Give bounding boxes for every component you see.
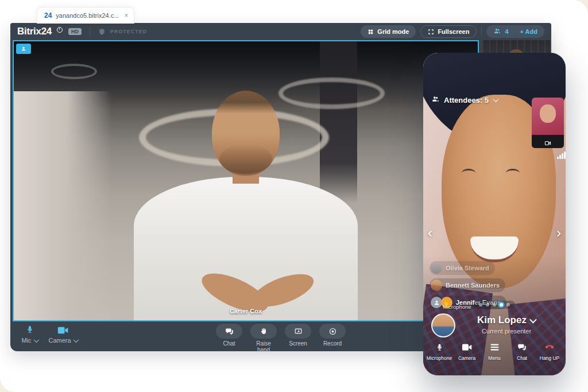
attendees-label: Attendees: 5	[444, 96, 489, 104]
menu-icon	[490, 342, 500, 352]
camera-control[interactable]: Camera	[48, 324, 78, 344]
chevron-down-icon	[529, 316, 537, 323]
divider	[90, 28, 90, 36]
dot[interactable]	[493, 303, 496, 306]
camera-button[interactable]: Camera	[453, 342, 481, 361]
divider	[481, 27, 482, 36]
raise-hand-label: Raise hand	[252, 340, 276, 353]
dot-active[interactable]	[500, 303, 503, 306]
record-button[interactable]: Record	[319, 324, 346, 353]
hang-up-button[interactable]: Hang UP	[536, 342, 563, 361]
participants-pill[interactable]: 4 + Add	[486, 25, 544, 38]
brand-mark-icon	[57, 27, 63, 33]
scene-wall	[14, 91, 111, 320]
grid-mode-label: Grid mode	[377, 28, 409, 35]
camera-label: Camera	[48, 337, 71, 344]
chevron-down-icon	[493, 96, 499, 102]
presenter-status: Current presenter	[463, 328, 550, 335]
avatar	[431, 280, 442, 291]
grid-mode-button[interactable]: Grid mode	[361, 25, 416, 38]
camera-icon	[57, 324, 69, 335]
attendee-name: Olivia Steward	[446, 265, 489, 271]
chat-icon	[517, 342, 527, 352]
self-view-face	[540, 104, 556, 123]
fullscreen-button[interactable]: Fullscreen	[420, 25, 477, 38]
microphone-button[interactable]: Microphone	[425, 342, 453, 361]
menu-button[interactable]: Menu	[481, 342, 508, 361]
next-page-arrow[interactable]	[555, 228, 563, 242]
ceiling-light-ring	[278, 77, 385, 109]
tab-close-icon[interactable]: ×	[124, 11, 128, 20]
hang-up-label: Hang UP	[540, 355, 560, 361]
presenter-eye	[506, 169, 520, 177]
screen-share-button[interactable]: Screen	[284, 324, 312, 353]
bitrix-favicon: 24	[44, 11, 52, 20]
camera-icon	[462, 342, 473, 352]
record-icon	[319, 324, 346, 339]
hand-icon	[250, 324, 277, 339]
shield-icon	[98, 28, 106, 36]
protected-label: PROTECTED	[110, 29, 147, 34]
add-participant-button[interactable]: + Add	[520, 28, 537, 35]
attendee-name: Bennett Saunders	[446, 282, 500, 289]
screen-label: Screen	[286, 340, 310, 347]
presenter-eye	[462, 169, 475, 177]
people-icon	[431, 95, 440, 105]
participant-count: 4	[505, 28, 508, 35]
attendee-row[interactable]: Olivia Steward	[430, 261, 495, 275]
brand-logo: Bitrix24	[17, 26, 52, 37]
chat-button[interactable]: Chat	[508, 342, 536, 361]
mobile-call-overlay: Attendees: 5 Olivia Steward Bennett Saun…	[423, 53, 566, 375]
people-icon	[493, 28, 501, 36]
presenter-info: Kim Lopez Current presenter	[431, 313, 560, 341]
mic-icon	[435, 342, 444, 352]
signal-bars-icon	[557, 152, 566, 159]
camera-label: Camera	[458, 355, 475, 361]
phone-toolbar: Microphone Camera Menu Chat Hang UP	[425, 342, 563, 361]
chat-icon	[216, 324, 242, 339]
active-speaker-badge	[16, 44, 31, 54]
dot[interactable]	[506, 303, 510, 306]
speaker-beard	[219, 144, 272, 174]
chevron-down-icon	[73, 337, 79, 343]
attendees-dropdown[interactable]: Attendees: 5	[431, 95, 498, 105]
fullscreen-label: Fullscreen	[438, 28, 469, 35]
carousel-dots[interactable]	[474, 301, 515, 309]
chat-button[interactable]: Chat	[215, 324, 243, 353]
camera-small-icon	[545, 141, 551, 146]
hang-up-icon	[544, 342, 555, 352]
person-icon	[431, 297, 442, 308]
menu-label: Menu	[488, 355, 500, 361]
chat-label: Chat	[517, 355, 527, 361]
person-icon	[21, 46, 26, 52]
avatar	[431, 262, 442, 274]
hd-badge: HD	[68, 28, 82, 35]
mic-label: Mic	[21, 337, 31, 344]
presenter-name-dropdown[interactable]: Kim Lopez	[477, 315, 536, 326]
carousel-page-label: Microphone	[443, 304, 471, 310]
speaker-name-label: Carter Cox	[14, 308, 478, 315]
self-view-thumbnail[interactable]	[532, 98, 564, 148]
previous-page-arrow[interactable]	[426, 228, 434, 242]
record-label: Record	[320, 340, 345, 347]
mic-control[interactable]: Mic	[15, 324, 45, 344]
fullscreen-icon	[428, 29, 434, 35]
browser-tab[interactable]: 24 yanandco5.bitrix24.c... ×	[37, 7, 134, 24]
chevron-down-icon	[33, 337, 39, 343]
presenter-avatar	[431, 313, 455, 337]
presenter-name: Kim Lopez	[477, 315, 527, 326]
dot[interactable]	[486, 303, 489, 306]
grid-icon	[368, 29, 374, 35]
microphone-label: Microphone	[427, 355, 452, 361]
raise-hand-button[interactable]: Raise hand	[250, 324, 277, 353]
attendee-row[interactable]: Bennett Saunders	[430, 278, 505, 292]
tab-title: yanandco5.bitrix24.c...	[56, 12, 119, 19]
call-topbar: Bitrix24 HD PROTECTED Grid mode Fullscre…	[10, 23, 551, 40]
main-video: Carter Cox	[13, 40, 479, 321]
chat-label: Chat	[217, 340, 241, 347]
scene-pillar	[320, 41, 357, 203]
screen-share-icon	[285, 324, 311, 339]
dot[interactable]	[479, 303, 482, 306]
mic-icon	[25, 324, 34, 335]
